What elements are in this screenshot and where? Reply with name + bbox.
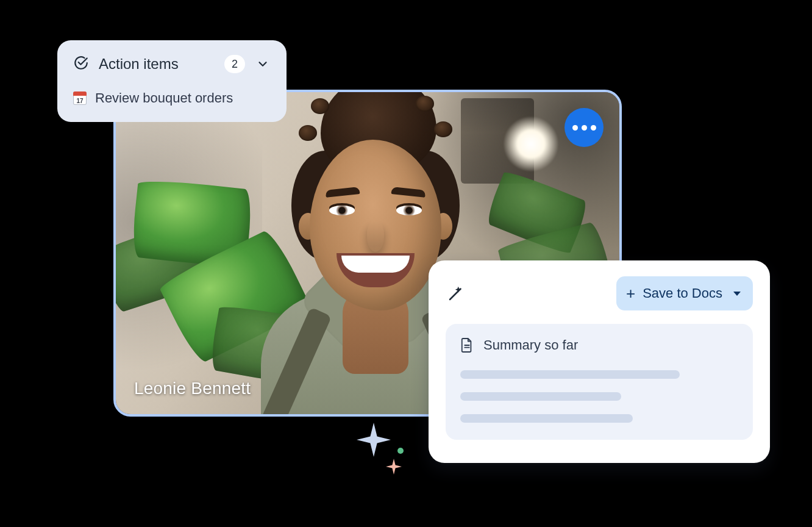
dropdown-caret-icon bbox=[733, 292, 741, 296]
chevron-down-icon[interactable] bbox=[255, 56, 271, 72]
check-circle-icon bbox=[73, 55, 89, 73]
summary-skeleton-line bbox=[460, 392, 621, 401]
action-item-label: Review bouquet orders bbox=[95, 90, 233, 106]
sparkle-icon bbox=[357, 423, 391, 457]
action-items-header[interactable]: Action items 2 bbox=[73, 55, 271, 73]
save-to-docs-button[interactable]: + Save to Docs bbox=[616, 276, 753, 310]
summary-section-header: Summary so far bbox=[460, 337, 738, 353]
sparkle-icon bbox=[386, 459, 402, 475]
action-items-card: Action items 2 Review bouquet orders bbox=[57, 40, 287, 122]
summary-skeleton-line bbox=[460, 414, 633, 423]
summary-card: + Save to Docs Summary so far bbox=[429, 260, 770, 463]
summary-body: Summary so far bbox=[446, 324, 753, 440]
participant-name: Leonie Bennett bbox=[134, 379, 251, 398]
action-item-row[interactable]: Review bouquet orders bbox=[73, 90, 271, 106]
magic-wand-icon bbox=[446, 283, 466, 304]
save-to-docs-label: Save to Docs bbox=[643, 285, 722, 301]
summary-skeleton-line bbox=[460, 370, 680, 379]
calendar-icon bbox=[73, 91, 87, 105]
plus-icon: + bbox=[626, 285, 635, 301]
summary-section-title: Summary so far bbox=[483, 337, 578, 353]
document-icon bbox=[460, 337, 474, 353]
action-items-title: Action items bbox=[99, 56, 179, 73]
sparkle-dot-icon bbox=[397, 448, 404, 454]
action-items-count-badge: 2 bbox=[224, 55, 245, 73]
more-options-button[interactable] bbox=[564, 108, 604, 147]
